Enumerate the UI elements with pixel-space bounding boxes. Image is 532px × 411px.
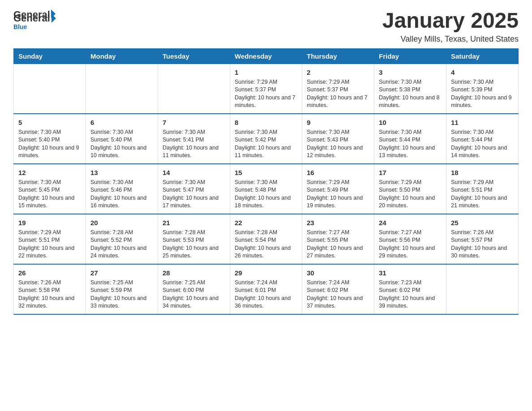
day-number: 29 (235, 268, 297, 278)
title-block: January 2025 Valley Mills, Texas, United… (382, 9, 519, 44)
calendar-cell: 21Sunrise: 7:28 AM Sunset: 5:53 PM Dayli… (158, 214, 230, 264)
calendar-cell: 25Sunrise: 7:26 AM Sunset: 5:57 PM Dayli… (446, 214, 519, 264)
day-info: Sunrise: 7:30 AM Sunset: 5:40 PM Dayligh… (18, 128, 81, 160)
calendar-table: SundayMondayTuesdayWednesdayThursdayFrid… (13, 48, 519, 315)
day-info: Sunrise: 7:28 AM Sunset: 5:53 PM Dayligh… (163, 229, 225, 260)
day-info: Sunrise: 7:30 AM Sunset: 5:39 PM Dayligh… (451, 78, 514, 110)
day-info: Sunrise: 7:26 AM Sunset: 5:57 PM Dayligh… (451, 229, 514, 260)
day-info: Sunrise: 7:29 AM Sunset: 5:50 PM Dayligh… (379, 179, 442, 210)
day-number: 5 (18, 118, 81, 127)
day-info: Sunrise: 7:28 AM Sunset: 5:52 PM Dayligh… (90, 229, 153, 260)
calendar-cell: 1Sunrise: 7:29 AM Sunset: 5:37 PM Daylig… (230, 64, 302, 114)
day-info: Sunrise: 7:29 AM Sunset: 5:37 PM Dayligh… (307, 78, 369, 110)
day-number: 4 (451, 68, 514, 77)
page-header: General General Blue January 2025 Valley… (13, 9, 519, 44)
day-number: 12 (18, 168, 81, 177)
day-number: 11 (451, 118, 514, 127)
column-header-monday: Monday (86, 48, 158, 64)
calendar-week-row: 12Sunrise: 7:30 AM Sunset: 5:45 PM Dayli… (14, 164, 519, 214)
calendar-cell: 17Sunrise: 7:29 AM Sunset: 5:50 PM Dayli… (374, 164, 446, 214)
day-info: Sunrise: 7:30 AM Sunset: 5:47 PM Dayligh… (163, 179, 225, 210)
calendar-cell: 14Sunrise: 7:30 AM Sunset: 5:47 PM Dayli… (158, 164, 230, 214)
day-info: Sunrise: 7:30 AM Sunset: 5:46 PM Dayligh… (90, 179, 153, 210)
calendar-cell: 8Sunrise: 7:30 AM Sunset: 5:42 PM Daylig… (230, 114, 302, 164)
day-info: Sunrise: 7:29 AM Sunset: 5:51 PM Dayligh… (451, 179, 514, 210)
calendar-cell: 11Sunrise: 7:30 AM Sunset: 5:44 PM Dayli… (446, 114, 519, 164)
logo-general2: General (13, 13, 50, 24)
calendar-cell: 3Sunrise: 7:30 AM Sunset: 5:38 PM Daylig… (374, 64, 446, 114)
day-number: 27 (90, 268, 153, 278)
day-number: 8 (235, 118, 297, 127)
day-number: 9 (307, 118, 369, 127)
day-number: 15 (235, 168, 297, 177)
calendar-cell: 7Sunrise: 7:30 AM Sunset: 5:41 PM Daylig… (158, 114, 230, 164)
day-number: 21 (163, 218, 225, 227)
calendar-cell: 24Sunrise: 7:27 AM Sunset: 5:56 PM Dayli… (374, 214, 446, 264)
logo-triangle-icon (51, 14, 56, 23)
calendar-cell: 4Sunrise: 7:30 AM Sunset: 5:39 PM Daylig… (446, 64, 519, 114)
day-number: 24 (379, 218, 442, 227)
calendar-cell: 30Sunrise: 7:24 AM Sunset: 6:02 PM Dayli… (302, 264, 374, 314)
calendar-cell: 16Sunrise: 7:29 AM Sunset: 5:49 PM Dayli… (302, 164, 374, 214)
day-number: 23 (307, 218, 369, 227)
day-info: Sunrise: 7:25 AM Sunset: 5:59 PM Dayligh… (90, 279, 153, 310)
calendar-cell: 27Sunrise: 7:25 AM Sunset: 5:59 PM Dayli… (86, 264, 158, 314)
calendar-cell: 2Sunrise: 7:29 AM Sunset: 5:37 PM Daylig… (302, 64, 374, 114)
day-number: 31 (379, 268, 442, 278)
day-info: Sunrise: 7:29 AM Sunset: 5:51 PM Dayligh… (18, 229, 81, 260)
calendar-week-row: 5Sunrise: 7:30 AM Sunset: 5:40 PM Daylig… (14, 114, 519, 164)
day-info: Sunrise: 7:29 AM Sunset: 5:49 PM Dayligh… (307, 179, 369, 210)
day-info: Sunrise: 7:29 AM Sunset: 5:37 PM Dayligh… (235, 78, 297, 110)
day-info: Sunrise: 7:27 AM Sunset: 5:55 PM Dayligh… (307, 229, 369, 260)
day-info: Sunrise: 7:24 AM Sunset: 6:01 PM Dayligh… (235, 279, 297, 310)
calendar-cell: 12Sunrise: 7:30 AM Sunset: 5:45 PM Dayli… (14, 164, 86, 214)
calendar-cell: 10Sunrise: 7:30 AM Sunset: 5:44 PM Dayli… (374, 114, 446, 164)
day-number: 3 (379, 68, 442, 77)
calendar-cell: 18Sunrise: 7:29 AM Sunset: 5:51 PM Dayli… (446, 164, 519, 214)
day-info: Sunrise: 7:25 AM Sunset: 6:00 PM Dayligh… (163, 279, 225, 310)
day-number: 7 (163, 118, 225, 127)
calendar-cell: 23Sunrise: 7:27 AM Sunset: 5:55 PM Dayli… (302, 214, 374, 264)
calendar-cell: 28Sunrise: 7:25 AM Sunset: 6:00 PM Dayli… (158, 264, 230, 314)
day-info: Sunrise: 7:30 AM Sunset: 5:38 PM Dayligh… (379, 78, 442, 110)
calendar-cell: 22Sunrise: 7:28 AM Sunset: 5:54 PM Dayli… (230, 214, 302, 264)
calendar-cell: 26Sunrise: 7:26 AM Sunset: 5:58 PM Dayli… (14, 264, 86, 314)
day-info: Sunrise: 7:30 AM Sunset: 5:48 PM Dayligh… (235, 179, 297, 210)
day-number: 22 (235, 218, 297, 227)
day-info: Sunrise: 7:30 AM Sunset: 5:45 PM Dayligh… (18, 179, 81, 210)
day-number: 2 (307, 68, 369, 77)
calendar-week-row: 19Sunrise: 7:29 AM Sunset: 5:51 PM Dayli… (14, 214, 519, 264)
calendar-subtitle: Valley Mills, Texas, United States (382, 34, 519, 44)
calendar-cell (14, 64, 86, 114)
calendar-cell (158, 64, 230, 114)
calendar-cell: 13Sunrise: 7:30 AM Sunset: 5:46 PM Dayli… (86, 164, 158, 214)
day-number: 30 (307, 268, 369, 278)
calendar-cell (86, 64, 158, 114)
column-header-thursday: Thursday (302, 48, 374, 64)
calendar-week-row: 26Sunrise: 7:26 AM Sunset: 5:58 PM Dayli… (14, 264, 519, 314)
day-number: 28 (163, 268, 225, 278)
day-info: Sunrise: 7:30 AM Sunset: 5:42 PM Dayligh… (235, 128, 297, 160)
calendar-cell: 19Sunrise: 7:29 AM Sunset: 5:51 PM Dayli… (14, 214, 86, 264)
column-header-friday: Friday (374, 48, 446, 64)
day-info: Sunrise: 7:30 AM Sunset: 5:43 PM Dayligh… (307, 128, 369, 160)
calendar-cell: 31Sunrise: 7:23 AM Sunset: 6:02 PM Dayli… (374, 264, 446, 314)
calendar-cell: 5Sunrise: 7:30 AM Sunset: 5:40 PM Daylig… (14, 114, 86, 164)
logo: General General Blue (13, 9, 56, 30)
day-number: 20 (90, 218, 153, 227)
day-number: 1 (235, 68, 297, 77)
calendar-cell (446, 264, 519, 314)
day-info: Sunrise: 7:28 AM Sunset: 5:54 PM Dayligh… (235, 229, 297, 260)
day-info: Sunrise: 7:30 AM Sunset: 5:44 PM Dayligh… (451, 128, 514, 160)
day-number: 13 (90, 168, 153, 177)
day-number: 25 (451, 218, 514, 227)
day-info: Sunrise: 7:26 AM Sunset: 5:58 PM Dayligh… (18, 279, 81, 310)
day-info: Sunrise: 7:30 AM Sunset: 5:44 PM Dayligh… (379, 128, 442, 160)
day-number: 6 (90, 118, 153, 127)
calendar-title: January 2025 (382, 9, 519, 33)
day-info: Sunrise: 7:27 AM Sunset: 5:56 PM Dayligh… (379, 229, 442, 260)
calendar-cell: 29Sunrise: 7:24 AM Sunset: 6:01 PM Dayli… (230, 264, 302, 314)
calendar-cell: 6Sunrise: 7:30 AM Sunset: 5:40 PM Daylig… (86, 114, 158, 164)
day-info: Sunrise: 7:23 AM Sunset: 6:02 PM Dayligh… (379, 279, 442, 310)
column-header-tuesday: Tuesday (158, 48, 230, 64)
